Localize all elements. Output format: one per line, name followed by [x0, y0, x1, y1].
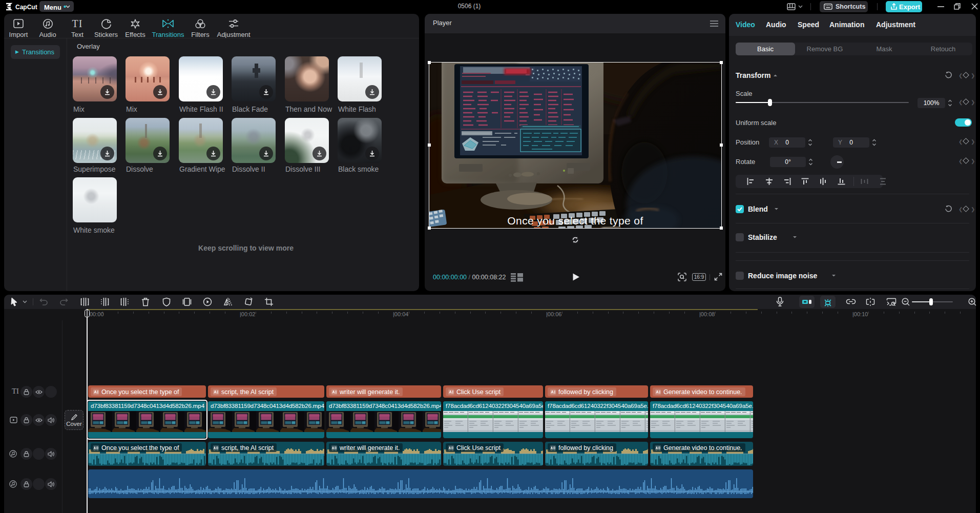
- svg-text:Once you select the type of: Once you select the type of: [507, 215, 643, 227]
